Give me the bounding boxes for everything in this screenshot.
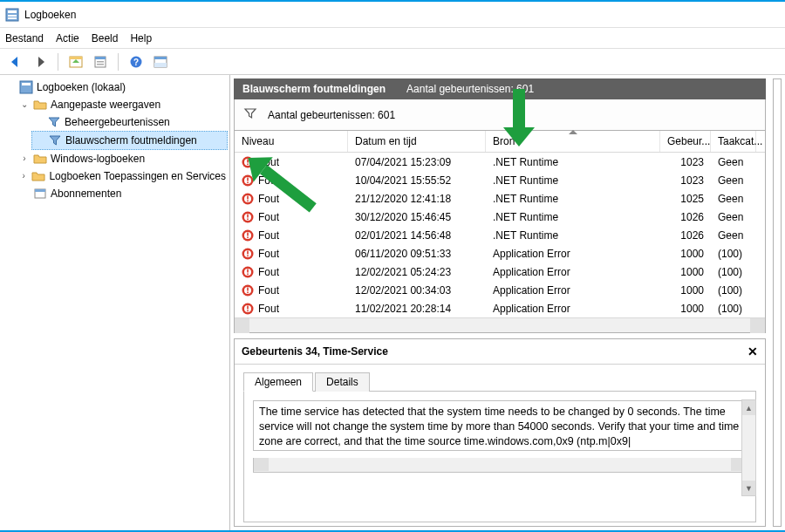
tree-subscriptions[interactable]: Abonnementen <box>17 185 228 202</box>
vertical-scrollbar[interactable]: ▲ ▼ <box>741 399 756 496</box>
svg-rect-13 <box>154 57 167 59</box>
cell-task: (100) <box>711 303 756 315</box>
tree-pane: Logboeken (lokaal) ⌄ Aangepaste weergave… <box>0 75 230 530</box>
tree-app-service-logs[interactable]: › Logboeken Toepassingen en Services <box>17 167 228 185</box>
tab-general[interactable]: Algemeen <box>243 372 313 392</box>
svg-rect-33 <box>247 214 249 217</box>
svg-text:?: ? <box>133 58 139 67</box>
tree-root[interactable]: Logboeken (lokaal) <box>3 78 228 96</box>
cell-date: 02/01/2021 14:56:48 <box>348 229 486 242</box>
cell-source: Application Error <box>486 284 660 297</box>
svg-rect-18 <box>35 189 45 192</box>
cell-task: (100) <box>711 248 756 260</box>
svg-rect-45 <box>247 269 249 272</box>
col-niveau[interactable]: Niveau <box>235 131 348 152</box>
svg-rect-1 <box>8 10 17 13</box>
tree-custom-views[interactable]: ⌄ Aangepaste weergaven <box>17 96 228 113</box>
show-hide-tree-button[interactable] <box>65 51 86 72</box>
cell-level: Fout <box>258 266 279 278</box>
error-icon <box>242 248 254 260</box>
svg-rect-38 <box>247 236 249 238</box>
table-row[interactable]: Fout07/04/2021 15:23:09.NET Runtime1023G… <box>235 153 765 171</box>
horizontal-scrollbar[interactable] <box>235 317 765 332</box>
tree-label: Beheergebeurtenissen <box>65 113 170 131</box>
menubar: Bestand Actie Beeld Help <box>0 28 785 49</box>
error-icon <box>242 303 254 315</box>
cell-level: Fout <box>258 211 279 223</box>
col-datum[interactable]: Datum en tijd <box>348 131 486 152</box>
help-button[interactable]: ? <box>126 51 147 72</box>
tree-admin-events[interactable]: Beheergebeurtenissen <box>31 113 228 131</box>
detail-panel: Gebeurtenis 34, Time-Service ✕ Algemeen … <box>234 338 766 527</box>
cell-task: Geen <box>711 211 756 223</box>
svg-rect-30 <box>247 200 249 201</box>
error-icon <box>242 284 254 297</box>
view-title: Blauwscherm foutmeldingen <box>242 83 386 95</box>
collapse-icon[interactable]: ⌄ <box>19 96 30 113</box>
menu-bestand[interactable]: Bestand <box>5 32 44 44</box>
sort-asc-icon <box>569 130 577 134</box>
grid-body[interactable]: Fout07/04/2021 15:23:09.NET Runtime1023G… <box>235 153 765 317</box>
cell-date: 11/02/2021 20:28:14 <box>348 303 486 315</box>
tab-details[interactable]: Details <box>315 372 370 392</box>
table-row[interactable]: Fout10/04/2021 15:55:52.NET Runtime1023G… <box>235 171 765 189</box>
svg-rect-8 <box>97 61 104 63</box>
close-icon[interactable]: ✕ <box>747 344 758 358</box>
cell-source: .NET Runtime <box>486 193 660 205</box>
table-row[interactable]: Fout12/02/2021 00:34:03Application Error… <box>235 281 765 299</box>
table-row[interactable]: Fout30/12/2020 15:46:45.NET Runtime1026G… <box>235 208 765 226</box>
cell-level: Fout <box>258 303 279 315</box>
menu-help[interactable]: Help <box>130 32 152 44</box>
cell-eventid: 1026 <box>660 211 711 223</box>
tree-label: Blauwscherm foutmeldingen <box>65 132 197 149</box>
table-row[interactable]: Fout11/02/2021 20:28:14Application Error… <box>235 299 765 317</box>
svg-rect-54 <box>247 310 249 311</box>
cell-task: (100) <box>711 284 756 297</box>
svg-rect-14 <box>154 63 167 67</box>
svg-rect-53 <box>247 305 249 309</box>
table-row[interactable]: Fout06/11/2020 09:51:33Application Error… <box>235 244 765 263</box>
cell-source: Application Error <box>486 303 660 315</box>
menu-beeld[interactable]: Beeld <box>92 32 119 44</box>
cell-eventid: 1026 <box>660 229 711 242</box>
preview-pane-button[interactable] <box>150 51 171 72</box>
view-header: Blauwscherm foutmeldingen Aantal gebeurt… <box>234 78 766 99</box>
cell-eventid: 1023 <box>660 174 711 187</box>
cell-task: Geen <box>711 229 756 242</box>
tree-label: Aangepaste weergaven <box>51 96 160 113</box>
error-icon <box>242 193 254 205</box>
horizontal-scrollbar[interactable] <box>253 458 747 473</box>
table-row[interactable]: Fout12/02/2021 05:24:23Application Error… <box>235 263 765 281</box>
col-taak[interactable]: Taakcat... <box>711 131 756 152</box>
col-gebeur[interactable]: Gebeur... <box>660 131 711 152</box>
event-description: The time service has detected that the s… <box>253 400 747 451</box>
svg-rect-26 <box>247 181 249 183</box>
expand-icon[interactable]: › <box>19 167 28 185</box>
tree-windows-logs[interactable]: › Windows-logboeken <box>17 150 228 167</box>
cell-date: 10/04/2021 15:55:52 <box>348 174 486 187</box>
cell-source: .NET Runtime <box>486 229 660 242</box>
filter-count: Aantal gebeurtenissen: 601 <box>268 109 395 121</box>
menu-actie[interactable]: Actie <box>56 32 79 44</box>
tree-bluescreen-errors[interactable]: Blauwscherm foutmeldingen <box>31 131 228 150</box>
tree-label: Abonnementen <box>51 185 121 202</box>
cell-task: Geen <box>711 174 756 187</box>
cell-eventid: 1000 <box>660 284 711 297</box>
svg-rect-3 <box>8 17 17 19</box>
back-button[interactable] <box>5 51 26 72</box>
error-icon <box>242 211 254 223</box>
forward-button[interactable] <box>30 51 51 72</box>
cell-task: Geen <box>711 156 756 168</box>
table-row[interactable]: Fout02/01/2021 14:56:48.NET Runtime1026G… <box>235 226 765 244</box>
actions-pane-stub <box>773 78 782 527</box>
expand-icon[interactable]: › <box>19 150 30 167</box>
cell-source: Application Error <box>486 248 660 260</box>
cell-task: Geen <box>711 193 756 205</box>
titlebar: Logboeken <box>0 2 785 28</box>
svg-rect-50 <box>247 291 249 293</box>
svg-rect-34 <box>247 218 249 220</box>
properties-button[interactable] <box>90 51 111 72</box>
svg-rect-49 <box>247 287 249 290</box>
svg-rect-16 <box>22 83 31 85</box>
cell-date: 06/11/2020 09:51:33 <box>348 248 486 260</box>
